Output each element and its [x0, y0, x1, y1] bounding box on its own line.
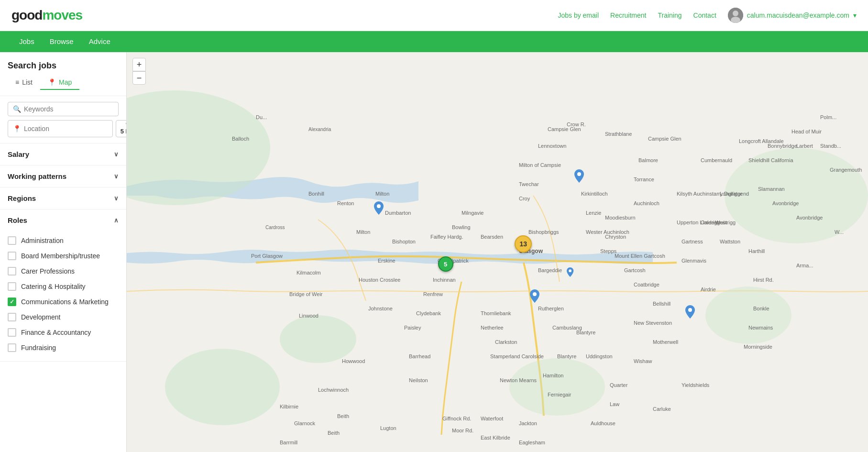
svg-text:Milton of Campsie: Milton of Campsie	[519, 162, 561, 168]
role-checkbox-7	[8, 343, 16, 352]
svg-text:Rutherglen: Rutherglen	[538, 306, 564, 311]
svg-text:Balloch: Balloch	[232, 136, 249, 142]
logo-moves: moves	[42, 8, 82, 22]
list-label: List	[22, 78, 33, 86]
role-item-5[interactable]: Development	[8, 309, 119, 325]
view-toggle: ≡ List 📍 Map	[0, 76, 126, 96]
working-patterns-filter-header[interactable]: Working patterns ∨	[0, 165, 126, 187]
working-patterns-chevron-icon: ∨	[114, 173, 119, 180]
svg-text:Eaglesham: Eaglesham	[519, 440, 545, 445]
regions-filter-header[interactable]: Regions ∨	[0, 187, 126, 209]
svg-text:Waterfoot: Waterfoot	[481, 416, 503, 421]
svg-text:Carluke: Carluke	[653, 406, 671, 412]
role-item-1[interactable]: Board Membership/trustee	[8, 248, 119, 264]
svg-text:Jackton: Jackton	[519, 420, 537, 426]
keyword-wrap: 🔍	[8, 102, 119, 116]
svg-text:Kilbirnie: Kilbirnie	[280, 404, 298, 409]
role-item-0[interactable]: Administration	[8, 233, 119, 248]
list-view-button[interactable]: ≡ List	[8, 76, 40, 90]
role-checkbox-5	[8, 313, 16, 321]
role-item-3[interactable]: Catering & Hospitality	[8, 279, 119, 294]
contact-link[interactable]: Contact	[693, 11, 716, 19]
salary-filter-header[interactable]: Salary ∨	[0, 143, 126, 165]
svg-text:East Kilbride: East Kilbride	[481, 435, 510, 441]
svg-text:Wishaw: Wishaw	[634, 358, 652, 364]
nav-jobs[interactable]: Jobs	[11, 31, 42, 52]
svg-text:Wattston: Wattston	[720, 239, 740, 244]
role-item-6[interactable]: Finance & Accountancy	[8, 325, 119, 340]
svg-text:W...: W...	[835, 229, 844, 235]
svg-text:Yieldshields: Yieldshields	[681, 382, 710, 388]
svg-text:Bridge of Weir: Bridge of Weir	[289, 291, 323, 297]
nav-advice[interactable]: Advice	[81, 31, 118, 52]
svg-text:Twechar: Twechar	[519, 181, 539, 187]
recruitment-link[interactable]: Recruitment	[610, 11, 646, 19]
user-menu[interactable]: calum.macuisdean@example.com ▾	[728, 8, 857, 23]
svg-text:Head of Muir: Head of Muir	[791, 129, 822, 134]
nav-browse[interactable]: Browse	[42, 31, 81, 52]
role-checkbox-3	[8, 282, 16, 291]
role-checkbox-1	[8, 252, 16, 260]
role-checkbox-6	[8, 328, 16, 337]
svg-text:Lenzie: Lenzie	[586, 210, 601, 216]
svg-text:Lennoxtown: Lennoxtown	[538, 143, 566, 149]
svg-text:Bonhill: Bonhill	[308, 191, 324, 197]
within-value: 5 MILES	[121, 128, 127, 135]
svg-text:Quarter: Quarter	[610, 382, 628, 388]
svg-text:Bowling: Bowling	[452, 224, 471, 230]
roles-label: Roles	[8, 216, 27, 224]
svg-text:Newton Mearns: Newton Mearns	[500, 377, 537, 383]
svg-point-6	[165, 349, 280, 425]
svg-text:Longcroft Allandale: Longcroft Allandale	[739, 138, 784, 144]
svg-text:Lugton: Lugton	[380, 425, 396, 431]
roles-list: AdministrationBoard Membership/trusteeCa…	[0, 231, 126, 361]
search-icon: 🔍	[13, 105, 21, 113]
training-link[interactable]: Training	[658, 11, 681, 19]
svg-text:Beith: Beith	[328, 430, 340, 436]
keyword-input[interactable]	[24, 105, 113, 113]
jobs-by-email-link[interactable]: Jobs by email	[558, 11, 599, 19]
salary-label: Salary	[8, 150, 29, 158]
roles-filter: Roles ∧ AdministrationBoard Membership/t…	[0, 209, 126, 362]
role-label-6: Finance & Accountancy	[21, 329, 91, 336]
roles-filter-header[interactable]: Roles ∧	[0, 209, 126, 231]
svg-text:Bellshill: Bellshill	[653, 301, 670, 307]
svg-text:Croy: Croy	[519, 196, 530, 201]
svg-text:Clydebank: Clydebank	[416, 310, 441, 316]
svg-text:Blantyre: Blantyre	[576, 330, 595, 335]
svg-text:Kirkintilloch: Kirkintilloch	[581, 191, 608, 197]
working-patterns-label: Working patterns	[8, 172, 66, 180]
svg-text:Renton: Renton	[337, 200, 354, 206]
logo-good: good	[11, 8, 42, 22]
nav-bar: Jobs Browse Advice	[0, 31, 868, 52]
svg-text:Airdrie: Airdrie	[701, 287, 716, 292]
role-label-3: Catering & Hospitality	[21, 283, 86, 290]
location-input[interactable]	[24, 125, 108, 132]
svg-text:Cumbernauld: Cumbernauld	[701, 157, 732, 163]
role-item-4[interactable]: Communications & Marketing	[8, 294, 119, 309]
svg-text:Newmains: Newmains	[748, 325, 773, 331]
role-label-7: Fundraising	[21, 344, 56, 352]
role-item-2[interactable]: Carer Professions	[8, 264, 119, 279]
svg-text:Grangemouth: Grangemouth	[830, 167, 862, 173]
svg-text:Uddingston: Uddingston	[586, 353, 613, 359]
svg-text:Bearsden: Bearsden	[481, 234, 503, 240]
zoom-out-button[interactable]: −	[132, 71, 146, 85]
within-wrap[interactable]: Within 5 MILES ▾	[116, 120, 127, 137]
svg-text:Bishopton: Bishopton	[392, 239, 416, 244]
zoom-in-button[interactable]: +	[132, 58, 146, 71]
svg-text:New Stevenston: New Stevenston	[634, 320, 672, 326]
svg-text:Giffnock Rd.: Giffnock Rd.	[442, 416, 471, 421]
svg-text:Clarkston: Clarkston	[495, 339, 517, 345]
svg-text:Harthill: Harthill	[748, 248, 765, 254]
logo[interactable]: goodmoves	[11, 8, 82, 23]
svg-point-1	[733, 11, 738, 16]
map-view-button[interactable]: 📍 Map	[40, 76, 79, 90]
role-label-5: Development	[21, 313, 61, 321]
svg-text:Alexandria: Alexandria	[308, 127, 331, 132]
user-email: calum.macuisdean@example.com	[747, 11, 849, 19]
svg-text:Avonbridge: Avonbridge	[796, 215, 823, 220]
svg-text:Chryston: Chryston	[605, 234, 626, 240]
svg-text:Mount Ellen Gartcosh: Mount Ellen Gartcosh	[615, 253, 665, 259]
role-item-7[interactable]: Fundraising	[8, 340, 119, 355]
